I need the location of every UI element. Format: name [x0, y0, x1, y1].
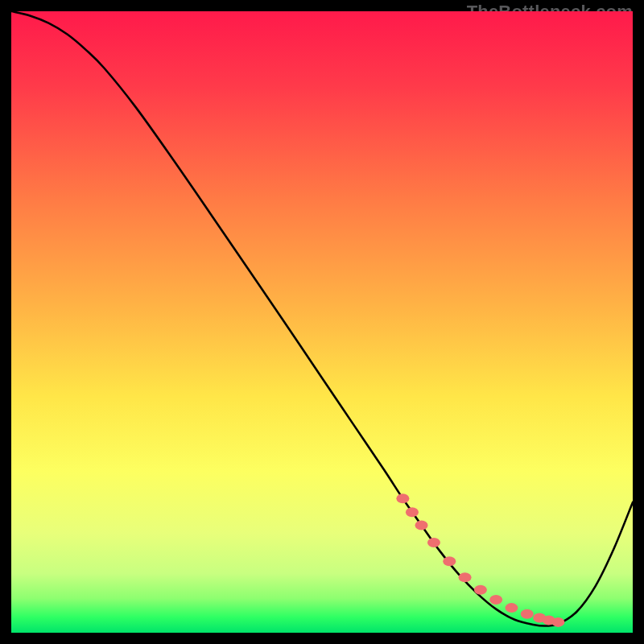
marker-dot — [521, 609, 534, 619]
marker-dot — [489, 595, 502, 605]
marker-dot — [415, 520, 428, 530]
marker-dot — [443, 556, 456, 566]
marker-dot — [396, 493, 409, 503]
gradient-background — [11, 11, 633, 633]
marker-dot — [474, 585, 487, 595]
marker-dot — [406, 507, 419, 517]
chart-svg — [11, 11, 633, 633]
marker-dot — [427, 538, 440, 547]
marker-dot — [459, 572, 472, 582]
marker-dot — [505, 603, 518, 613]
chart-frame: TheBottleneck.com — [0, 0, 644, 644]
plot-area — [11, 11, 633, 633]
marker-dot — [551, 617, 564, 627]
